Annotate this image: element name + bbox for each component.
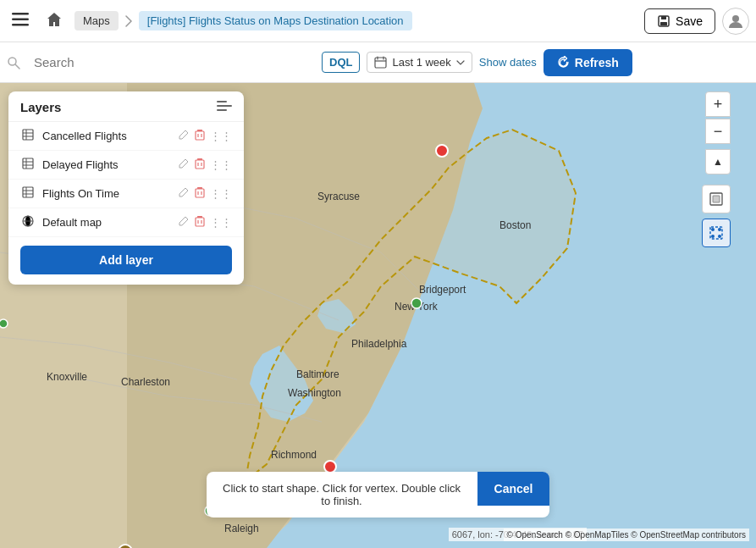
top-bar: Maps [Flights] Flights Status on Maps De… (0, 0, 756, 42)
layer-actions-delayed: ⋮⋮ (178, 158, 232, 172)
delete-icon-ontime[interactable] (195, 186, 205, 201)
svg-point-77 (711, 235, 715, 238)
tooltip-text: Click to start shape. Click for vertex. … (207, 472, 477, 518)
add-layer-button[interactable]: Add layer (20, 246, 232, 274)
compass-button[interactable]: ▲ (705, 149, 731, 174)
save-icon (657, 14, 670, 28)
svg-line-8 (15, 64, 19, 69)
svg-rect-48 (23, 158, 33, 169)
zoom-in-button[interactable]: + (705, 91, 731, 117)
show-dates-button[interactable]: Show dates (479, 56, 537, 69)
svg-rect-9 (375, 58, 386, 68)
layer-item-default-map: Default map ⋮⋮ (8, 208, 244, 237)
svg-rect-40 (23, 130, 33, 140)
refresh-button[interactable]: Refresh (544, 49, 632, 76)
dql-button[interactable]: DQL (322, 52, 360, 73)
svg-text:Syracuse: Syracuse (317, 191, 360, 202)
svg-text:Baltimore: Baltimore (296, 368, 339, 380)
svg-rect-55 (197, 158, 202, 160)
svg-rect-56 (23, 187, 33, 197)
date-filter[interactable]: Last 1 week (367, 52, 472, 73)
edit-icon-cancelled[interactable] (178, 129, 190, 143)
refresh-icon (557, 56, 570, 69)
delete-icon-default[interactable] (195, 215, 205, 230)
map-extra-controls (702, 185, 731, 251)
breadcrumb-title: [Flights] Flights Status on Maps Destina… (139, 11, 412, 30)
layer-name-cancelled: Cancelled Flights (42, 130, 171, 142)
search-icon (7, 56, 20, 69)
svg-rect-4 (661, 16, 666, 19)
svg-rect-70 (197, 216, 202, 218)
user-avatar[interactable] (722, 8, 749, 35)
svg-text:Knoxville: Knoxville (47, 371, 87, 383)
map-container[interactable]: Syracuse Boston Bridgeport New York Phil… (0, 83, 756, 548)
globe-icon (20, 215, 36, 230)
svg-text:Bridgeport: Bridgeport (419, 284, 466, 296)
layer-name-delayed: Delayed Flights (42, 158, 171, 171)
layers-title: Layers (20, 100, 61, 114)
svg-text:Philadelphia: Philadelphia (351, 338, 407, 350)
svg-point-76 (718, 235, 721, 238)
draw-mode-button[interactable] (702, 219, 731, 247)
svg-rect-52 (196, 160, 204, 169)
layers-collapse-icon[interactable] (217, 100, 232, 114)
table-icon-delayed (20, 158, 36, 172)
svg-rect-44 (196, 131, 204, 140)
layers-panel: Layers Cancelled Flights ⋮⋮ (8, 91, 244, 285)
svg-rect-38 (217, 105, 232, 107)
layer-name-ontime: Flights On Time (42, 187, 171, 200)
home-icon[interactable] (41, 6, 68, 36)
table-icon-ontime (20, 186, 36, 201)
svg-text:Raleigh: Raleigh (224, 523, 259, 534)
table-icon (20, 129, 36, 143)
layer-actions-default: ⋮⋮ (178, 215, 232, 230)
svg-rect-5 (660, 22, 667, 25)
svg-rect-63 (197, 187, 202, 189)
select-mode-button[interactable] (702, 185, 731, 213)
drag-icon-cancelled[interactable]: ⋮⋮ (210, 130, 232, 142)
menu-icon[interactable] (7, 8, 34, 35)
second-bar: DQL Last 1 week Show dates Refresh (0, 42, 756, 83)
edit-icon-ontime[interactable] (178, 186, 190, 201)
svg-rect-0 (12, 13, 29, 15)
drag-icon-default[interactable]: ⋮⋮ (210, 216, 232, 229)
date-range-text: Last 1 week (392, 56, 450, 69)
svg-point-30 (436, 145, 448, 157)
drag-icon-delayed[interactable]: ⋮⋮ (210, 158, 232, 171)
svg-point-6 (732, 15, 739, 22)
search-input[interactable] (27, 52, 315, 73)
breadcrumb-maps[interactable]: Maps (74, 11, 119, 30)
layer-item-delayed-flights: Delayed Flights ⋮⋮ (8, 151, 244, 180)
layer-name-default: Default map (42, 216, 171, 229)
svg-point-75 (718, 228, 721, 231)
refresh-label: Refresh (575, 56, 619, 69)
svg-rect-39 (217, 109, 227, 111)
svg-text:Washington: Washington (288, 387, 341, 399)
save-label: Save (676, 14, 703, 28)
save-button[interactable]: Save (644, 8, 715, 34)
cancel-button[interactable]: Cancel (477, 472, 550, 506)
svg-point-35 (411, 298, 422, 308)
drag-icon-ontime[interactable]: ⋮⋮ (210, 187, 232, 200)
edit-icon-default[interactable] (178, 215, 190, 230)
svg-rect-1 (12, 18, 29, 20)
layer-item-cancelled-flights: Cancelled Flights ⋮⋮ (8, 122, 244, 151)
svg-text:Boston: Boston (499, 219, 531, 231)
layer-actions-cancelled: ⋮⋮ (178, 129, 232, 143)
svg-point-31 (324, 461, 336, 473)
svg-text:Charleston: Charleston (121, 376, 170, 388)
svg-point-32 (0, 319, 8, 328)
edit-icon-delayed[interactable] (178, 158, 190, 172)
chevron-right-icon (125, 15, 132, 27)
svg-rect-47 (197, 130, 202, 131)
svg-rect-37 (217, 101, 227, 102)
chevron-down-icon (456, 60, 465, 65)
layer-actions-ontime: ⋮⋮ (178, 186, 232, 201)
delete-icon-delayed[interactable] (195, 158, 205, 172)
layers-header: Layers (8, 91, 244, 122)
zoom-out-button[interactable]: − (705, 119, 731, 144)
svg-rect-67 (196, 218, 204, 226)
delete-icon-cancelled[interactable] (195, 129, 205, 143)
svg-rect-72 (713, 196, 720, 202)
map-controls: + − ▲ (705, 91, 731, 174)
